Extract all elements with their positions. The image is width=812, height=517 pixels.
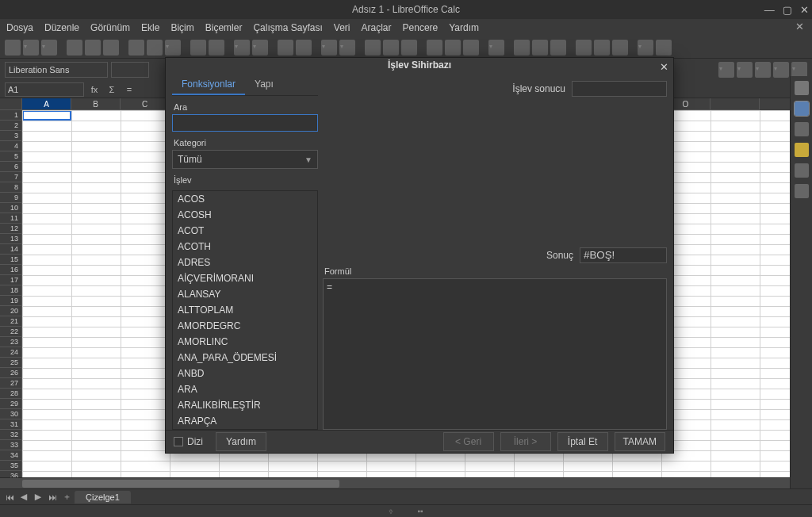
- row-header-11[interactable]: 11: [0, 213, 21, 224]
- sheet-last-icon[interactable]: ⏭: [46, 491, 59, 504]
- row-header-22[interactable]: 22: [0, 327, 21, 337]
- row-header-19[interactable]: 19: [0, 296, 21, 306]
- function-item[interactable]: ARAPÇA: [173, 413, 317, 429]
- clone-format-icon[interactable]: [190, 40, 206, 56]
- row-header-3[interactable]: 3: [0, 131, 21, 141]
- row-header-25[interactable]: 25: [0, 358, 21, 368]
- function-item[interactable]: AMORLINC: [173, 334, 317, 350]
- row-header-2[interactable]: 2: [0, 121, 21, 131]
- insert-chart-icon[interactable]: [445, 40, 461, 56]
- menu-yardim[interactable]: Yardım: [449, 22, 479, 33]
- row-header-4[interactable]: 4: [0, 141, 21, 151]
- row-header-34[interactable]: 34: [0, 450, 21, 461]
- pivot-icon[interactable]: [463, 40, 479, 56]
- col-header-14[interactable]: [710, 98, 760, 110]
- row-header-17[interactable]: 17: [0, 275, 21, 285]
- print-preview-icon[interactable]: [103, 40, 119, 56]
- function-item[interactable]: ACOSH: [173, 207, 317, 223]
- row-header-13[interactable]: 13: [0, 234, 21, 244]
- dialog-close-icon[interactable]: ✕: [660, 61, 668, 73]
- row-header-6[interactable]: 6: [0, 162, 21, 172]
- col-ops-icon[interactable]: [339, 40, 355, 56]
- sidebar-navigator-icon[interactable]: [795, 163, 809, 178]
- highlight-icon[interactable]: [718, 62, 734, 78]
- row-header-23[interactable]: 23: [0, 337, 21, 347]
- find-icon[interactable]: [278, 40, 293, 56]
- search-input[interactable]: [172, 114, 318, 132]
- back-button[interactable]: < Geri: [443, 432, 494, 451]
- row-header-18[interactable]: 18: [0, 285, 21, 296]
- col-header-A[interactable]: A: [22, 98, 71, 110]
- function-item[interactable]: ADRES: [173, 255, 317, 270]
- sidebar-properties-icon[interactable]: [795, 101, 809, 116]
- function-item[interactable]: ANBD: [173, 366, 317, 381]
- equals-icon[interactable]: =: [122, 82, 136, 97]
- sort-desc-icon[interactable]: [383, 40, 399, 56]
- menu-ekle[interactable]: Ekle: [141, 22, 159, 33]
- row-header-10[interactable]: 10: [0, 203, 21, 213]
- undo-icon[interactable]: [234, 40, 250, 56]
- function-item[interactable]: ACOT: [173, 223, 317, 239]
- row-header-21[interactable]: 21: [0, 316, 21, 327]
- row-header-28[interactable]: 28: [0, 389, 21, 399]
- sheet-first-icon[interactable]: ⏮: [3, 491, 16, 504]
- row-header-29[interactable]: 29: [0, 399, 21, 409]
- copy-icon[interactable]: [147, 40, 163, 56]
- row-header-24[interactable]: 24: [0, 347, 21, 358]
- row-header-27[interactable]: 27: [0, 378, 21, 389]
- tab-functions[interactable]: Fonksiyonlar: [172, 75, 245, 95]
- menu-dosya[interactable]: Dosya: [6, 22, 33, 33]
- row-header-31[interactable]: 31: [0, 419, 21, 430]
- menu-duzenle[interactable]: Düzenle: [44, 22, 79, 33]
- sheet-prev-icon[interactable]: ◀: [17, 491, 30, 504]
- font-name-input[interactable]: [5, 62, 108, 78]
- save-icon[interactable]: [41, 40, 57, 56]
- insert-image-icon[interactable]: [427, 40, 442, 56]
- sheet-add-icon[interactable]: ＋: [60, 491, 73, 504]
- cell-name-box[interactable]: [5, 82, 84, 97]
- special-char-icon[interactable]: [488, 40, 504, 56]
- border-icon[interactable]: [737, 62, 753, 78]
- function-item[interactable]: AİÇVERİMORANI: [173, 270, 317, 286]
- category-dropdown[interactable]: Tümü ▼: [172, 150, 318, 169]
- row-header-15[interactable]: 15: [0, 255, 21, 265]
- next-button[interactable]: İleri >: [500, 432, 551, 451]
- array-checkbox[interactable]: Dizi: [174, 436, 203, 447]
- freeze-icon[interactable]: [594, 40, 610, 56]
- formula-textarea[interactable]: =: [323, 278, 667, 431]
- row-header-16[interactable]: 16: [0, 265, 21, 275]
- function-item[interactable]: ANA_PARA_ÖDEMESİ: [173, 350, 317, 366]
- export-pdf-icon[interactable]: [67, 40, 82, 56]
- sidebar-styles-icon[interactable]: [795, 122, 809, 136]
- menu-gorunum[interactable]: Görünüm: [90, 22, 130, 33]
- row-header-14[interactable]: 14: [0, 244, 21, 255]
- row-header-8[interactable]: 8: [0, 182, 21, 193]
- function-item[interactable]: ALTTOPLAM: [173, 302, 317, 318]
- cut-icon[interactable]: [128, 40, 144, 56]
- draw-functions-icon[interactable]: [638, 40, 653, 56]
- function-item[interactable]: ALANSAY: [173, 286, 317, 302]
- paste-icon[interactable]: [165, 40, 181, 56]
- menu-veri[interactable]: Veri: [334, 22, 350, 33]
- horizontal-scrollbar[interactable]: [0, 477, 790, 488]
- function-item[interactable]: ARA: [173, 381, 317, 397]
- function-item[interactable]: ACOS: [173, 191, 317, 207]
- row-header-30[interactable]: 30: [0, 409, 21, 419]
- window-close-icon[interactable]: ✕: [800, 4, 809, 16]
- sum-icon[interactable]: Σ: [105, 82, 119, 97]
- tab-structure[interactable]: Yapı: [245, 75, 283, 95]
- redo-icon[interactable]: [252, 40, 268, 56]
- function-item[interactable]: ARALIKBİRLEŞTİR: [173, 397, 317, 413]
- row-header-32[interactable]: 32: [0, 430, 21, 440]
- sheet-tab-1[interactable]: Çizelge1: [75, 491, 131, 504]
- function-list[interactable]: ACOSACOSHACOTACOTHADRESAİÇVERİMORANIALAN…: [172, 190, 318, 430]
- menu-araclar[interactable]: Araçlar: [362, 22, 392, 33]
- row-header-1[interactable]: 1: [0, 110, 21, 121]
- sort-asc-icon[interactable]: [365, 40, 381, 56]
- sidebar-functions-icon[interactable]: [795, 184, 809, 198]
- window-minimize-icon[interactable]: —: [764, 4, 775, 16]
- headers-footers-icon[interactable]: [550, 40, 566, 56]
- cancel-button[interactable]: İptal Et: [557, 432, 608, 451]
- select-all-corner[interactable]: [0, 98, 21, 110]
- fx-wizard-icon[interactable]: fx: [87, 82, 102, 97]
